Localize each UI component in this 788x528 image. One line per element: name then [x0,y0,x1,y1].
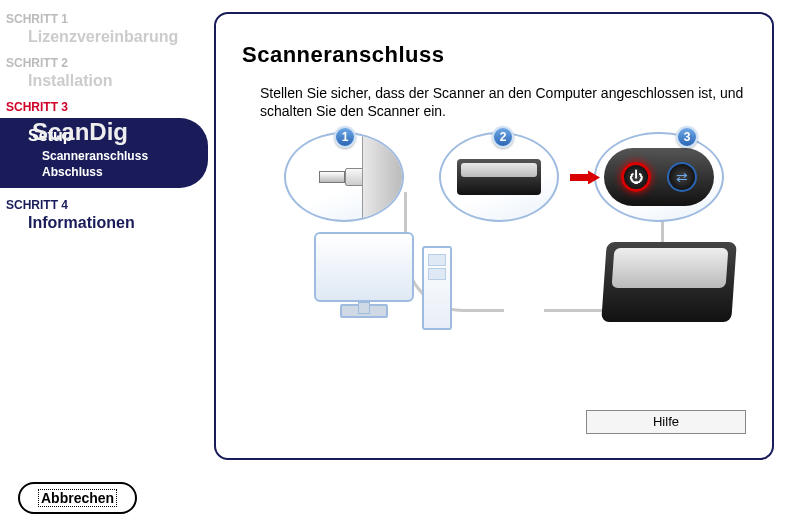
step3-setup: Setup [28,127,208,145]
bubble-power: ⏻ ⇄ [594,132,724,222]
aux-icon: ⇄ [667,162,697,192]
footer: Abbrechen [18,482,137,514]
step1-label: SCHRITT 1 [6,12,200,26]
scanner-icon [601,242,737,322]
page-title: Scanneranschluss [242,42,746,68]
window-content: SCHRITT 1 Lizenzvereinbarung SCHRITT 2 I… [0,0,788,470]
content-panel: Scanneranschluss Stellen Sie sicher, das… [214,12,774,460]
step3-sub-abschluss[interactable]: Abschluss [42,165,208,179]
sidebar: SCHRITT 1 Lizenzvereinbarung SCHRITT 2 I… [0,0,200,470]
help-button[interactable]: Hilfe [586,410,746,434]
step4-label: SCHRITT 4 [6,198,200,212]
power-icon: ⏻ [621,162,651,192]
step1-name: Lizenzvereinbarung [28,28,200,46]
step2-name: Installation [28,72,200,90]
step4-name: Informationen [28,214,200,232]
step3-label: SCHRITT 3 [6,100,200,114]
main-area: Scanneranschluss Stellen Sie sicher, das… [200,0,788,470]
scanner-button-panel: ⏻ ⇄ [604,148,714,206]
computer-icon [314,232,414,302]
step2-label: SCHRITT 2 [6,56,200,70]
instruction-text: Stellen Sie sicher, dass der Scanner an … [260,84,746,120]
step3-active: Setup Scanneranschluss Abschluss [0,118,208,188]
illustration: 1 2 ⏻ ⇄ 3 [244,132,744,342]
scanner-rear-icon [457,159,541,195]
step3-sub-scanner[interactable]: Scanneranschluss [42,149,208,163]
cancel-button[interactable]: Abbrechen [18,482,137,514]
